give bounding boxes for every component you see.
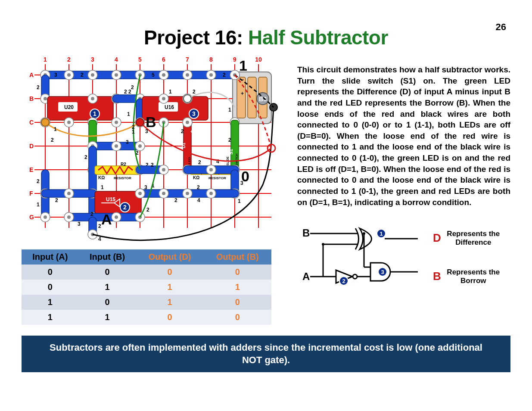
svg-text:1: 1 xyxy=(93,110,96,117)
svg-text:2: 2 xyxy=(228,137,231,143)
svg-text:2: 2 xyxy=(90,211,93,217)
th-input-b: Input (B) xyxy=(79,249,136,265)
svg-text:2: 2 xyxy=(55,197,58,203)
svg-text:1: 1 xyxy=(101,184,104,190)
th-input-a: Input (A) xyxy=(22,249,79,265)
svg-text:5: 5 xyxy=(138,56,142,63)
output-d-desc: Represents the Difference xyxy=(445,230,501,246)
logic-output-b: B Represents the Borrow xyxy=(433,268,501,285)
svg-text:3: 3 xyxy=(91,56,94,63)
svg-rect-38 xyxy=(248,77,256,118)
output-b-desc: Represents the Borrow xyxy=(445,268,501,285)
svg-point-123 xyxy=(41,118,49,126)
svg-text:KΩ: KΩ xyxy=(98,175,105,180)
output-b-letter: B xyxy=(433,270,441,283)
svg-point-154 xyxy=(322,243,324,246)
svg-text:10: 10 xyxy=(255,56,262,63)
svg-text:A: A xyxy=(101,211,112,227)
svg-text:RESISTOR: RESISTOR xyxy=(208,176,226,180)
svg-text:G: G xyxy=(29,214,34,221)
svg-text:2: 2 xyxy=(37,84,40,90)
svg-text:2: 2 xyxy=(67,56,71,63)
svg-text:U20: U20 xyxy=(64,104,74,110)
svg-text:1: 1 xyxy=(44,56,47,63)
svg-text:R2: R2 xyxy=(121,162,126,167)
svg-text:2: 2 xyxy=(197,184,200,190)
table-row: 1 1 0 0 xyxy=(22,310,271,325)
svg-text:2: 2 xyxy=(124,89,127,95)
svg-text:1: 1 xyxy=(127,111,130,117)
svg-text:U15: U15 xyxy=(106,196,115,202)
svg-text:2: 2 xyxy=(84,154,87,160)
circuit-diagram: 1 2 3 4 5 6 7 8 9 10 A B C D E F G xyxy=(22,56,280,245)
footer-note: Subtractors are often implemented with a… xyxy=(22,336,510,372)
svg-text:2: 2 xyxy=(131,84,134,90)
svg-point-122 xyxy=(184,95,191,103)
svg-text:1: 1 xyxy=(132,129,135,135)
title-prefix: Project 16: xyxy=(144,26,248,49)
svg-text:SWITCH: SWITCH xyxy=(235,153,238,165)
svg-text:0: 0 xyxy=(241,168,249,184)
svg-text:3: 3 xyxy=(78,221,81,227)
svg-text:3: 3 xyxy=(144,184,147,190)
svg-text:6: 6 xyxy=(162,56,165,63)
svg-text:4: 4 xyxy=(115,56,118,63)
table-row: 0 0 0 0 xyxy=(22,265,271,280)
svg-rect-37 xyxy=(237,77,246,118)
svg-text:7: 7 xyxy=(186,56,189,63)
svg-text:S1: S1 xyxy=(228,149,233,155)
svg-text:1: 1 xyxy=(238,198,241,204)
svg-text:D: D xyxy=(29,143,34,149)
svg-text:F: F xyxy=(29,190,33,197)
svg-point-155 xyxy=(363,232,365,235)
svg-text:2: 2 xyxy=(198,159,201,165)
logic-diagram: 1 2 3 B A D Represents the Difference B … xyxy=(297,221,510,294)
svg-point-128 xyxy=(136,118,144,126)
page-number: 26 xyxy=(496,22,506,33)
svg-text:3: 3 xyxy=(54,72,57,78)
svg-text:B: B xyxy=(29,95,34,102)
svg-text:2: 2 xyxy=(51,137,54,143)
svg-text:2: 2 xyxy=(81,72,84,78)
svg-rect-51 xyxy=(47,97,113,120)
title-name: Half Subtractor xyxy=(248,26,388,49)
table-row: 0 1 1 1 xyxy=(22,280,271,295)
svg-text:RESISTOR: RESISTOR xyxy=(114,176,131,180)
svg-text:B: B xyxy=(146,114,156,130)
svg-text:2: 2 xyxy=(223,72,226,78)
svg-text:2: 2 xyxy=(342,278,345,284)
svg-text:2: 2 xyxy=(37,178,40,184)
svg-text:D1: D1 xyxy=(181,143,186,148)
svg-text:2: 2 xyxy=(181,128,184,134)
output-d-letter: D xyxy=(433,231,441,245)
svg-text:KΩ: KΩ xyxy=(193,175,199,180)
svg-text:9: 9 xyxy=(233,56,236,63)
svg-text:1: 1 xyxy=(380,230,383,237)
svg-text:A: A xyxy=(29,72,34,78)
svg-text:4: 4 xyxy=(216,159,219,165)
svg-text:1: 1 xyxy=(54,126,57,132)
page-title: Project 16: Half Subtractor xyxy=(22,26,510,49)
svg-text:+: + xyxy=(241,90,244,97)
description-text: This circuit demonstrates how a half sub… xyxy=(297,64,510,208)
svg-text:2: 2 xyxy=(174,197,177,203)
th-output-d: Output (D) xyxy=(136,249,203,265)
truth-table: Input (A) Input (B) Output (D) Output (B… xyxy=(22,249,271,325)
th-output-b: Output (B) xyxy=(204,249,271,265)
svg-text:2: 2 xyxy=(151,162,154,168)
svg-text:C: C xyxy=(29,119,34,126)
svg-text:A: A xyxy=(302,271,310,282)
svg-text:4: 4 xyxy=(197,197,200,203)
table-row: 1 0 1 0 xyxy=(22,295,271,310)
svg-text:1: 1 xyxy=(228,107,231,113)
svg-text:2: 2 xyxy=(146,207,149,213)
svg-text:1: 1 xyxy=(169,89,172,95)
svg-text:+: + xyxy=(190,129,193,134)
svg-point-147 xyxy=(353,274,357,279)
logic-output-d: D Represents the Difference xyxy=(433,230,501,246)
svg-text:E: E xyxy=(29,166,33,173)
svg-text:2: 2 xyxy=(128,89,131,95)
svg-text:2: 2 xyxy=(98,223,101,229)
svg-text:B: B xyxy=(302,227,310,239)
svg-text:2: 2 xyxy=(123,204,127,211)
